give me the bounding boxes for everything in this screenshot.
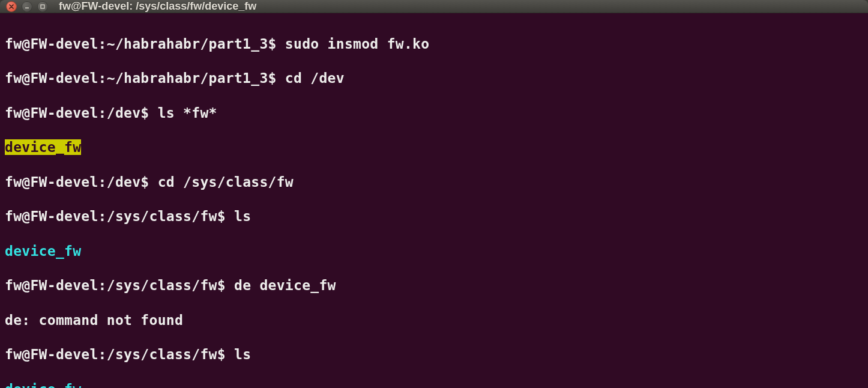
terminal-line: fw@FW-devel:~/habrahabr/part1_3$ cd /dev (5, 70, 863, 87)
terminal-body[interactable]: fw@FW-devel:~/habrahabr/part1_3$ sudo in… (0, 13, 868, 388)
terminal-output: device_fw (5, 243, 863, 260)
prompt: fw@FW-devel:/dev$ (5, 174, 158, 190)
minimize-button[interactable] (22, 1, 32, 12)
svg-rect-0 (25, 7, 29, 8)
command: ls (234, 347, 251, 362)
terminal-window: fw@FW-devel: /sys/class/fw/device_fw fw@… (0, 0, 868, 388)
terminal-line: fw@FW-devel:~/habrahabr/part1_3$ sudo in… (5, 35, 863, 53)
prompt: fw@FW-devel:/sys/class/fw$ (5, 347, 234, 362)
close-icon (8, 4, 14, 10)
terminal-output: device_fw (5, 139, 863, 156)
svg-rect-1 (41, 5, 44, 8)
prompt: fw@FW-devel:/sys/class/fw$ (5, 208, 234, 224)
terminal-line: fw@FW-devel:/sys/class/fw$ ls (5, 208, 863, 225)
command: ls *fw* (158, 105, 217, 121)
prompt: fw@FW-devel:~/habrahabr/part1_3$ (5, 36, 285, 52)
terminal-output: de: command not found (5, 312, 863, 329)
window-controls (6, 1, 48, 12)
terminal-line: fw@FW-devel:/dev$ ls *fw* (5, 105, 863, 122)
prompt: fw@FW-devel:/sys/class/fw$ (5, 277, 234, 293)
ls-result-dir: device_fw (5, 243, 81, 259)
ls-result-dir: device_fw (5, 381, 81, 388)
command: ls (234, 208, 251, 224)
terminal-line: fw@FW-devel:/sys/class/fw$ de device_fw (5, 277, 863, 294)
ls-result-highlighted: device_fw (5, 139, 81, 155)
minimize-icon (24, 4, 30, 10)
command: de device_fw (234, 277, 336, 293)
command: cd /dev (285, 70, 345, 86)
terminal-output: device_fw (5, 381, 863, 388)
prompt: fw@FW-devel:/dev$ (5, 105, 158, 121)
error-text: de: command not found (5, 312, 183, 328)
command: cd /sys/class/fw (158, 174, 294, 190)
maximize-icon (40, 4, 46, 10)
terminal-line: fw@FW-devel:/sys/class/fw$ ls (5, 346, 863, 363)
command: sudo insmod fw.ko (285, 36, 430, 52)
window-title: fw@FW-devel: /sys/class/fw/device_fw (59, 0, 256, 13)
prompt: fw@FW-devel:~/habrahabr/part1_3$ (5, 70, 285, 86)
terminal-line: fw@FW-devel:/dev$ cd /sys/class/fw (5, 174, 863, 191)
titlebar[interactable]: fw@FW-devel: /sys/class/fw/device_fw (0, 0, 868, 13)
close-button[interactable] (6, 1, 17, 12)
maximize-button[interactable] (37, 1, 48, 12)
